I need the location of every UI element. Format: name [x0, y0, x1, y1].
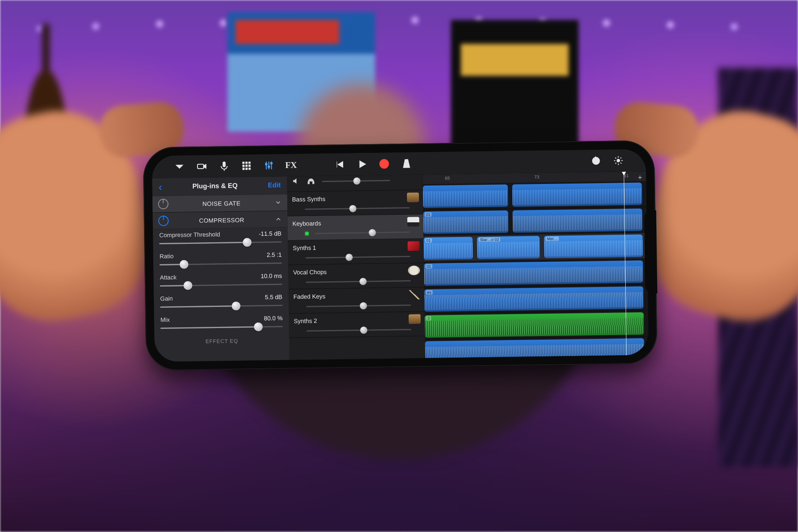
add-section-icon[interactable]: ＋	[636, 172, 644, 182]
audio-clip[interactable]: 01	[423, 237, 473, 260]
svg-rect-2	[243, 162, 244, 164]
volume-slider[interactable]	[315, 228, 419, 237]
edit-button[interactable]: Edit	[268, 181, 280, 189]
param-attack: Attack10.0 ms	[160, 272, 282, 291]
record-button[interactable]	[378, 158, 390, 170]
svg-point-12	[268, 166, 270, 168]
timeline-lane[interactable]	[423, 181, 647, 210]
param-label: Attack	[160, 274, 177, 281]
back-button[interactable]: ‹	[158, 182, 162, 192]
svg-rect-4	[249, 162, 250, 163]
waveform	[425, 318, 644, 336]
param-slider[interactable]	[160, 300, 282, 312]
track-row[interactable]: Vocal Chops	[288, 263, 424, 289]
param-slider[interactable]	[160, 321, 282, 333]
param-slider[interactable]	[160, 258, 282, 270]
param-slider[interactable]	[159, 237, 281, 249]
svg-rect-6	[246, 165, 247, 166]
fx-row-compressor[interactable]: COMPRESSOR	[152, 211, 288, 229]
volume-slider[interactable]	[306, 301, 421, 310]
timeline-lane[interactable]: 01	[424, 259, 648, 288]
volume-slider[interactable]	[322, 176, 399, 186]
rewind-icon[interactable]	[334, 158, 346, 170]
volume-slider[interactable]	[306, 325, 421, 335]
instrument-icon	[407, 192, 419, 202]
view-dropdown-icon[interactable]	[174, 160, 186, 172]
param-slider[interactable]	[160, 279, 282, 291]
mute-icon[interactable]	[292, 177, 300, 186]
metronome-icon[interactable]	[401, 158, 413, 170]
svg-point-13	[271, 162, 273, 164]
instrument-icon	[408, 290, 420, 299]
power-toggle[interactable]	[158, 216, 169, 226]
audio-clip[interactable]: Met…	[544, 235, 643, 258]
audio-clip[interactable]	[512, 183, 642, 207]
chevron-up-icon	[275, 216, 282, 223]
param-label: Compressor Threshold	[159, 231, 220, 238]
audio-clip[interactable]: 01	[424, 261, 643, 286]
compressor-params: Compressor Threshold-11.5 dBRatio2.5 :1A…	[153, 227, 289, 338]
track-row[interactable]: Synths 2	[289, 312, 425, 338]
track-name: Bass Synths	[292, 195, 326, 202]
track-row[interactable]: Faded Keys	[288, 287, 425, 314]
volume-slider[interactable]	[306, 277, 420, 286]
param-value: 2.5 :1	[267, 251, 282, 258]
headphones-icon[interactable]	[307, 177, 315, 186]
volume-slider[interactable]	[306, 252, 420, 262]
panel-header: ‹ Plug-ins & EQ Edit	[152, 176, 287, 196]
garageband-screen: FX ‹ Plug-ins & EQ Edit NOISE	[152, 149, 648, 362]
bar-number: 73	[534, 174, 539, 179]
clip-label: 01	[425, 264, 432, 269]
timeline[interactable]: ＋ 657381 0101Star…o 02Met…01es3	[423, 171, 648, 358]
volume-slider[interactable]	[305, 204, 419, 213]
grid-icon[interactable]	[241, 160, 253, 172]
svg-rect-10	[249, 168, 250, 170]
svg-point-15	[617, 159, 620, 162]
waveform	[424, 266, 643, 285]
audio-clip[interactable]: 01	[423, 210, 508, 234]
waveform	[423, 190, 508, 206]
track-row[interactable]: Bass Synths	[287, 190, 423, 216]
param-label: Gain	[160, 295, 173, 302]
track-name: Vocal Chops	[293, 268, 326, 275]
audio-clip[interactable]	[425, 338, 644, 358]
power-toggle[interactable]	[158, 199, 168, 209]
track-row[interactable]	[287, 174, 423, 192]
fx-button[interactable]: FX	[285, 161, 297, 170]
mixer-icon[interactable]	[263, 159, 275, 171]
audio-clip[interactable]	[512, 209, 642, 233]
iphone-notch	[644, 210, 657, 293]
svg-rect-5	[243, 165, 244, 166]
param-label: Ratio	[160, 253, 174, 259]
poster-nirvana	[451, 20, 579, 148]
play-icon[interactable]	[356, 158, 368, 170]
timeline-lane[interactable]: es	[424, 285, 648, 314]
track-list: Bass SynthsKeyboardsSynths 1Vocal ChopsF…	[287, 174, 425, 360]
settings-icon[interactable]	[612, 154, 624, 166]
track-row[interactable]: Keyboards	[288, 214, 424, 241]
waveform	[425, 344, 644, 358]
fx-row-noise-gate[interactable]: NOISE GATE	[152, 194, 288, 213]
camera-icon[interactable]	[196, 160, 208, 172]
track-row[interactable]: Synths 1	[288, 239, 424, 265]
panel-title: Plug-ins & EQ	[192, 182, 238, 191]
microphone-icon[interactable]	[218, 160, 230, 172]
clip-label: 3	[426, 316, 431, 320]
timeline-lane[interactable]	[425, 336, 649, 358]
audio-clip[interactable]: Star…o 02	[477, 236, 540, 259]
timeline-lane[interactable]: 3	[425, 310, 648, 340]
svg-rect-17	[313, 182, 314, 184]
loop-icon[interactable]	[590, 155, 602, 167]
timeline-lane[interactable]: 01Star…o 02Met…	[423, 233, 647, 262]
waveform	[423, 216, 508, 232]
audio-clip[interactable]	[423, 184, 508, 208]
instrument-icon	[407, 175, 419, 185]
chevron-down-icon	[275, 199, 282, 206]
record-arm-led[interactable]	[305, 232, 308, 235]
audio-clip[interactable]: 3	[425, 312, 644, 338]
audio-clip[interactable]: es	[424, 287, 644, 312]
clip-label: 01	[425, 238, 432, 243]
instrument-icon	[408, 265, 420, 275]
timeline-lane[interactable]: 01	[423, 207, 647, 236]
waveform	[477, 241, 540, 257]
